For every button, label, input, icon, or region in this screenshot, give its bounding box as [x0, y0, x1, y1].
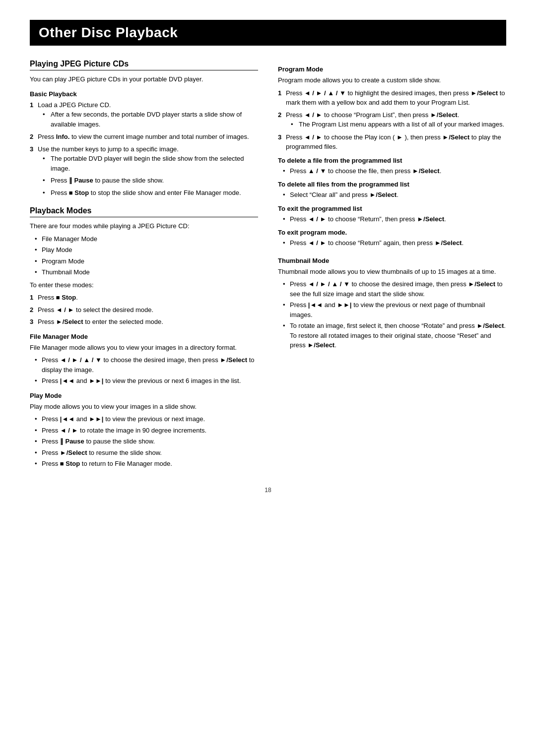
step-1-sub-1: After a few seconds, the portable DVD pl… [43, 110, 258, 129]
delete-file-bullets: Press ▲ / ▼ to choose the file, then pre… [283, 166, 506, 176]
thumb-b2: Press |◄◄ and ►►| to view the previous o… [283, 300, 506, 319]
play-mode-b4: Press ►/Select to resume the slide show. [35, 448, 258, 458]
file-manager-b2: Press |◄◄ and ►►| to view the previous o… [35, 376, 258, 386]
delete-file-b1: Press ▲ / ▼ to choose the file, then pre… [283, 166, 506, 176]
modes-list: File Manager Mode Play Mode Program Mode… [35, 234, 258, 277]
delete-file-title: To delete a file from the programmed lis… [278, 157, 506, 164]
mode-2: Play Mode [35, 245, 258, 255]
program-mode-intro: Program mode allows you to create a cust… [278, 75, 506, 85]
left-column: Playing JPEG Picture CDs You can play JP… [30, 60, 258, 472]
play-mode-bullets: Press |◄◄ and ►►| to view the previous o… [35, 414, 258, 469]
step-3-sub-1: The portable DVD player will begin the s… [43, 154, 258, 173]
prog-step-1: 1 Press ◄ / ► / ▲ / ▼ to highlight the d… [278, 88, 506, 108]
jpeg-intro: You can play JPEG picture CDs in your po… [30, 74, 258, 84]
enter-step-1-text: Press ■ Stop. [38, 294, 78, 301]
playback-modes-section: Playback Modes There are four modes whil… [30, 206, 258, 469]
prog-step-1-text: Press ◄ / ► / ▲ / ▼ to highlight the des… [286, 89, 505, 107]
thumb-b1: Press ◄ / ► / ▲ / ▼ to choose the desire… [283, 279, 506, 299]
enter-step-2: 2 Press ◄ / ► to select the desired mode… [30, 305, 258, 315]
thumbnail-mode-section: Thumbnail Mode Thumbnail mode allows you… [278, 257, 506, 350]
title-bar: Other Disc Playback [30, 20, 506, 46]
prog-step-3: 3 Press ◄ / ► to choose the Play icon ( … [278, 132, 506, 152]
basic-playback-steps: 1 Load a JPEG Picture CD. After a few se… [30, 100, 258, 198]
step-3-sub-3: Press ■ Stop to stop the slide show and … [43, 188, 258, 198]
step-3-text: Use the number keys to jump to a specifi… [38, 145, 179, 153]
thumbnail-bullets: Press ◄ / ► / ▲ / ▼ to choose the desire… [283, 279, 506, 350]
step-2: 2 Press Info. to view the current image … [30, 132, 258, 142]
prog-step-3-text: Press ◄ / ► to choose the Play icon ( ► … [286, 133, 501, 151]
play-mode-intro: Play mode allows you to view your images… [30, 402, 258, 412]
play-mode-title: Play Mode [30, 392, 258, 399]
jpeg-section-title: Playing JPEG Picture CDs [30, 60, 258, 70]
step-2-text: Press Info. to view the current image nu… [38, 133, 249, 140]
step-1-text: Load a JPEG Picture CD. [38, 101, 111, 109]
program-mode-section: Program Mode Program mode allows you to … [278, 65, 506, 248]
prog-step-2: 2 Press ◄ / ► to choose “Program List”, … [278, 110, 506, 129]
prog-step-2-text: Press ◄ / ► to choose “Program List”, th… [286, 111, 459, 119]
mode-3: Program Mode [35, 256, 258, 266]
exit-list-title: To exit the programmed list [278, 205, 506, 212]
play-mode-b2: Press ◄ / ► to rotate the image in 90 de… [35, 426, 258, 436]
file-manager-bullets: Press ◄ / ► / ▲ / ▼ to choose the desire… [35, 355, 258, 386]
exit-program-title: To exit program mode. [278, 229, 506, 236]
basic-playback-title: Basic Playback [30, 90, 258, 98]
exit-list-bullets: Press ◄ / ► to choose “Return”, then pre… [283, 214, 506, 224]
page-number: 18 [30, 487, 506, 494]
program-mode-steps: 1 Press ◄ / ► / ▲ / ▼ to highlight the d… [278, 88, 506, 152]
exit-list-b1: Press ◄ / ► to choose “Return”, then pre… [283, 214, 506, 224]
enter-modes-intro: To enter these modes: [30, 280, 258, 290]
enter-step-1: 1 Press ■ Stop. [30, 293, 258, 303]
program-mode-title: Program Mode [278, 65, 506, 73]
page: Other Disc Playback Playing JPEG Picture… [0, 0, 536, 756]
play-mode-b1: Press |◄◄ and ►►| to view the previous o… [35, 414, 258, 424]
mode-4: Thumbnail Mode [35, 267, 258, 277]
file-manager-intro: File Manager mode allows you to view you… [30, 343, 258, 353]
enter-modes-steps: 1 Press ■ Stop. 2 Press ◄ / ► to select … [30, 293, 258, 327]
delete-all-b1: Select “Clear all” and press ►/Select. [283, 190, 506, 200]
thumbnail-mode-title: Thumbnail Mode [278, 257, 506, 264]
step-1-sub: After a few seconds, the portable DVD pl… [43, 110, 258, 129]
thumb-b3: To rotate an image, first select it, the… [283, 321, 506, 350]
step-1: 1 Load a JPEG Picture CD. After a few se… [30, 100, 258, 129]
mode-1: File Manager Mode [35, 234, 258, 244]
enter-step-2-text: Press ◄ / ► to select the desired mode. [38, 306, 153, 314]
file-manager-title: File Manager Mode [30, 333, 258, 340]
play-mode-b5: Press ■ Stop to return to File Manager m… [35, 459, 258, 469]
prog-step-2-sub: The Program List menu appears with a lis… [291, 120, 506, 129]
enter-step-3-text: Press ►/Select to enter the selected mod… [38, 318, 163, 325]
jpeg-section: Playing JPEG Picture CDs You can play JP… [30, 60, 258, 197]
prog-step-2-sub-1: The Program List menu appears with a lis… [291, 120, 506, 129]
right-column: Program Mode Program mode allows you to … [278, 60, 506, 472]
delete-all-title: To delete all files from the programmed … [278, 181, 506, 188]
file-manager-b1: Press ◄ / ► / ▲ / ▼ to choose the desire… [35, 355, 258, 375]
playback-modes-intro: There are four modes while playing a JPE… [30, 221, 258, 231]
step-3: 3 Use the number keys to jump to a speci… [30, 144, 258, 198]
step-3-sub-2: Press ‖ Pause to pause the slide show. [43, 176, 258, 186]
page-title: Other Disc Playback [39, 25, 178, 41]
exit-program-bullets: Press ◄ / ► to choose “Return” again, th… [283, 238, 506, 248]
main-content: Playing JPEG Picture CDs You can play JP… [30, 60, 506, 472]
playback-modes-title: Playback Modes [30, 206, 258, 217]
exit-program-b1: Press ◄ / ► to choose “Return” again, th… [283, 238, 506, 248]
enter-step-3: 3 Press ►/Select to enter the selected m… [30, 317, 258, 327]
step-3-sub: The portable DVD player will begin the s… [43, 154, 258, 197]
thumbnail-mode-intro: Thumbnail mode allows you to view thumbn… [278, 267, 506, 277]
play-mode-b3: Press ‖ Pause to pause the slide show. [35, 437, 258, 446]
delete-all-bullets: Select “Clear all” and press ►/Select. [283, 190, 506, 200]
